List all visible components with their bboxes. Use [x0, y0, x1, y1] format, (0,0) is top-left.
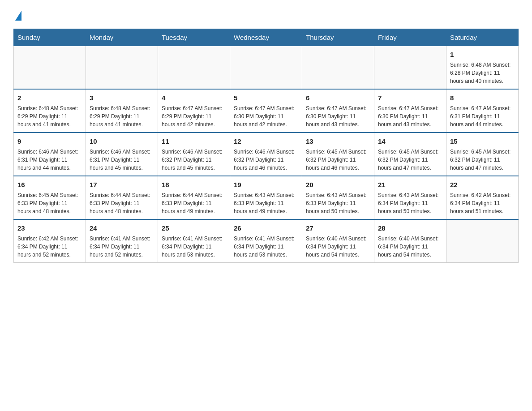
calendar-cell — [158, 46, 230, 90]
calendar-week-row: 16Sunrise: 6:45 AM Sunset: 6:33 PM Dayli… — [14, 176, 519, 219]
calendar-cell: 11Sunrise: 6:46 AM Sunset: 6:32 PM Dayli… — [158, 133, 230, 176]
day-number: 5 — [234, 93, 298, 103]
day-info: Sunrise: 6:48 AM Sunset: 6:29 PM Dayligh… — [90, 104, 154, 128]
calendar-cell: 13Sunrise: 6:45 AM Sunset: 6:32 PM Dayli… — [302, 133, 374, 176]
day-info: Sunrise: 6:40 AM Sunset: 6:34 PM Dayligh… — [306, 235, 370, 259]
calendar-cell: 8Sunrise: 6:47 AM Sunset: 6:31 PM Daylig… — [446, 89, 519, 133]
day-header-tuesday: Tuesday — [158, 29, 230, 46]
day-info: Sunrise: 6:48 AM Sunset: 6:29 PM Dayligh… — [17, 104, 82, 128]
calendar-cell: 23Sunrise: 6:42 AM Sunset: 6:34 PM Dayli… — [14, 219, 86, 263]
day-info: Sunrise: 6:47 AM Sunset: 6:31 PM Dayligh… — [450, 104, 515, 128]
calendar-week-row: 1Sunrise: 6:48 AM Sunset: 6:28 PM Daylig… — [14, 46, 519, 90]
day-info: Sunrise: 6:40 AM Sunset: 6:34 PM Dayligh… — [378, 235, 442, 259]
calendar-cell — [230, 46, 302, 90]
day-header-wednesday: Wednesday — [230, 29, 302, 46]
day-number: 22 — [450, 180, 515, 189]
day-info: Sunrise: 6:43 AM Sunset: 6:34 PM Dayligh… — [378, 191, 442, 215]
day-number: 20 — [306, 180, 370, 189]
day-number: 18 — [162, 180, 226, 189]
calendar-week-row: 9Sunrise: 6:46 AM Sunset: 6:31 PM Daylig… — [14, 133, 519, 176]
day-header-thursday: Thursday — [302, 29, 374, 46]
calendar-cell: 17Sunrise: 6:44 AM Sunset: 6:33 PM Dayli… — [86, 176, 158, 219]
day-info: Sunrise: 6:45 AM Sunset: 6:32 PM Dayligh… — [378, 148, 442, 172]
day-number: 10 — [90, 137, 154, 146]
day-info: Sunrise: 6:41 AM Sunset: 6:34 PM Dayligh… — [234, 235, 298, 259]
day-number: 19 — [234, 180, 298, 189]
calendar-cell: 25Sunrise: 6:41 AM Sunset: 6:34 PM Dayli… — [158, 219, 230, 263]
day-info: Sunrise: 6:47 AM Sunset: 6:30 PM Dayligh… — [306, 104, 370, 128]
calendar-cell: 10Sunrise: 6:46 AM Sunset: 6:31 PM Dayli… — [86, 133, 158, 176]
calendar-cell: 3Sunrise: 6:48 AM Sunset: 6:29 PM Daylig… — [86, 89, 158, 133]
calendar-cell: 20Sunrise: 6:43 AM Sunset: 6:33 PM Dayli… — [302, 176, 374, 219]
day-number: 3 — [90, 93, 154, 103]
day-info: Sunrise: 6:47 AM Sunset: 6:30 PM Dayligh… — [378, 104, 442, 128]
calendar-cell: 5Sunrise: 6:47 AM Sunset: 6:30 PM Daylig… — [230, 89, 302, 133]
calendar-cell — [446, 219, 519, 263]
day-info: Sunrise: 6:47 AM Sunset: 6:29 PM Dayligh… — [162, 104, 226, 128]
calendar-cell: 2Sunrise: 6:48 AM Sunset: 6:29 PM Daylig… — [14, 89, 86, 133]
calendar-cell — [302, 46, 374, 90]
day-number: 17 — [90, 180, 154, 189]
calendar-cell: 21Sunrise: 6:43 AM Sunset: 6:34 PM Dayli… — [374, 176, 446, 219]
day-number: 8 — [450, 93, 515, 103]
calendar-week-row: 2Sunrise: 6:48 AM Sunset: 6:29 PM Daylig… — [14, 89, 519, 133]
page-header — [13, 9, 519, 20]
day-info: Sunrise: 6:42 AM Sunset: 6:34 PM Dayligh… — [450, 191, 515, 215]
day-info: Sunrise: 6:47 AM Sunset: 6:30 PM Dayligh… — [234, 104, 298, 128]
day-header-friday: Friday — [374, 29, 446, 46]
day-header-saturday: Saturday — [446, 29, 519, 46]
day-info: Sunrise: 6:46 AM Sunset: 6:31 PM Dayligh… — [17, 148, 82, 172]
calendar-cell: 24Sunrise: 6:41 AM Sunset: 6:34 PM Dayli… — [86, 219, 158, 263]
day-number: 2 — [17, 93, 82, 103]
calendar-cell: 28Sunrise: 6:40 AM Sunset: 6:34 PM Dayli… — [374, 219, 446, 263]
calendar-cell: 27Sunrise: 6:40 AM Sunset: 6:34 PM Dayli… — [302, 219, 374, 263]
day-number: 23 — [17, 223, 82, 233]
calendar-table: SundayMondayTuesdayWednesdayThursdayFrid… — [13, 29, 519, 263]
day-number: 16 — [17, 180, 82, 189]
day-number: 15 — [450, 137, 515, 146]
day-number: 26 — [234, 223, 298, 233]
day-number: 14 — [378, 137, 442, 146]
calendar-cell: 4Sunrise: 6:47 AM Sunset: 6:29 PM Daylig… — [158, 89, 230, 133]
day-number: 6 — [306, 93, 370, 103]
calendar-cell: 14Sunrise: 6:45 AM Sunset: 6:32 PM Dayli… — [374, 133, 446, 176]
calendar-cell: 22Sunrise: 6:42 AM Sunset: 6:34 PM Dayli… — [446, 176, 519, 219]
logo-triangle-icon — [15, 11, 21, 21]
day-info: Sunrise: 6:44 AM Sunset: 6:33 PM Dayligh… — [90, 191, 154, 215]
day-info: Sunrise: 6:42 AM Sunset: 6:34 PM Dayligh… — [17, 235, 82, 259]
day-info: Sunrise: 6:41 AM Sunset: 6:34 PM Dayligh… — [90, 235, 154, 259]
calendar-cell: 12Sunrise: 6:46 AM Sunset: 6:32 PM Dayli… — [230, 133, 302, 176]
day-number: 4 — [162, 93, 226, 103]
day-info: Sunrise: 6:43 AM Sunset: 6:33 PM Dayligh… — [306, 191, 370, 215]
day-number: 21 — [378, 180, 442, 189]
calendar-header-row: SundayMondayTuesdayWednesdayThursdayFrid… — [14, 29, 519, 46]
day-info: Sunrise: 6:46 AM Sunset: 6:31 PM Dayligh… — [90, 148, 154, 172]
calendar-cell — [14, 46, 86, 90]
day-number: 24 — [90, 223, 154, 233]
day-info: Sunrise: 6:45 AM Sunset: 6:32 PM Dayligh… — [450, 148, 515, 172]
day-number: 27 — [306, 223, 370, 233]
day-info: Sunrise: 6:44 AM Sunset: 6:33 PM Dayligh… — [162, 191, 226, 215]
day-info: Sunrise: 6:46 AM Sunset: 6:32 PM Dayligh… — [162, 148, 226, 172]
day-info: Sunrise: 6:41 AM Sunset: 6:34 PM Dayligh… — [162, 235, 226, 259]
day-number: 11 — [162, 137, 226, 146]
logo — [13, 9, 21, 20]
calendar-cell: 9Sunrise: 6:46 AM Sunset: 6:31 PM Daylig… — [14, 133, 86, 176]
calendar-cell — [374, 46, 446, 90]
calendar-cell: 15Sunrise: 6:45 AM Sunset: 6:32 PM Dayli… — [446, 133, 519, 176]
day-number: 1 — [450, 50, 515, 59]
day-header-monday: Monday — [86, 29, 158, 46]
day-info: Sunrise: 6:45 AM Sunset: 6:32 PM Dayligh… — [306, 148, 370, 172]
day-number: 7 — [378, 93, 442, 103]
day-header-sunday: Sunday — [14, 29, 86, 46]
calendar-week-row: 23Sunrise: 6:42 AM Sunset: 6:34 PM Dayli… — [14, 219, 519, 263]
day-number: 28 — [378, 223, 442, 233]
calendar-cell: 6Sunrise: 6:47 AM Sunset: 6:30 PM Daylig… — [302, 89, 374, 133]
calendar-cell: 1Sunrise: 6:48 AM Sunset: 6:28 PM Daylig… — [446, 46, 519, 90]
calendar-cell — [86, 46, 158, 90]
day-number: 9 — [17, 137, 82, 146]
day-number: 13 — [306, 137, 370, 146]
day-info: Sunrise: 6:48 AM Sunset: 6:28 PM Dayligh… — [450, 61, 515, 85]
day-info: Sunrise: 6:43 AM Sunset: 6:33 PM Dayligh… — [234, 191, 298, 215]
calendar-cell: 18Sunrise: 6:44 AM Sunset: 6:33 PM Dayli… — [158, 176, 230, 219]
